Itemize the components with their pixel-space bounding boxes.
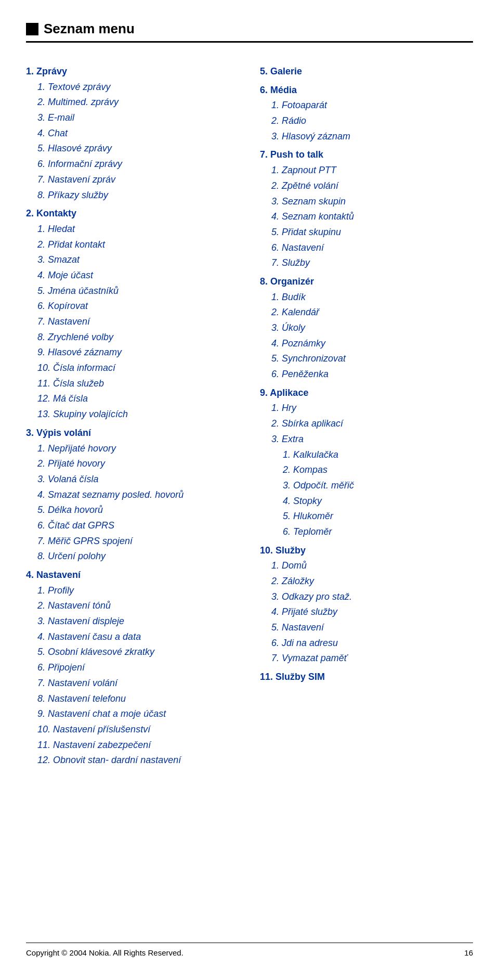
list-item: 8. Určení polohy (26, 549, 239, 564)
list-item: 8. Organizér (260, 274, 473, 290)
list-item: 12. Obnovit stan- dardní nastavení (26, 753, 239, 768)
list-item: 3. Odpočít. měřič (260, 478, 473, 494)
page-title: Seznam menu (26, 21, 473, 43)
item-label: Příkazy služby (48, 190, 108, 200)
list-item: 1. Kalkulačka (260, 447, 473, 463)
item-number: 5. (260, 66, 268, 76)
item-number: 3. (271, 323, 279, 333)
item-number: 5. (37, 143, 45, 153)
list-item: 9. Hlasové záznamy (26, 345, 239, 360)
item-number: 3. (271, 196, 279, 207)
item-number: 2. (271, 418, 279, 429)
item-number: 6. (37, 159, 45, 169)
item-label: Služby SIM (275, 672, 325, 682)
list-item: 11. Služby SIM (260, 669, 473, 685)
item-label: Push to talk (270, 149, 323, 160)
list-item: 7. Vymazat paměť (260, 651, 473, 666)
item-label: Volaná čísla (48, 474, 98, 484)
list-item: 13. Skupiny volajících (26, 407, 239, 422)
list-item: 11. Nastavení zabezpečení (26, 738, 239, 753)
item-label: Odkazy pro staž. (282, 591, 352, 602)
item-number: 12. (37, 393, 50, 404)
main-content: 1. Zprávy1. Textové zprávy2. Multimed. z… (26, 61, 473, 943)
item-number: 4. (37, 128, 45, 138)
item-label: Obnovit stan- dardní nastavení (53, 755, 181, 765)
list-item: 10. Čísla informací (26, 360, 239, 376)
item-number: 1. (271, 292, 279, 302)
list-item: 9. Aplikace (260, 385, 473, 401)
list-item: 4. Stopky (260, 494, 473, 509)
item-label: Rádio (282, 115, 306, 126)
section-number: 1. (26, 66, 34, 76)
item-number: 10. (260, 545, 273, 556)
page-header: Seznam menu (26, 21, 473, 50)
item-number: 2. (283, 465, 291, 475)
item-number: 7. (271, 257, 279, 268)
item-number: 8. (260, 276, 268, 287)
item-label: Nastavení volání (48, 678, 117, 688)
item-number: 2. (271, 307, 279, 317)
item-number: 2. (37, 239, 45, 250)
list-item: 4. Seznam kontaktů (260, 209, 473, 225)
list-item: 11. Čísla služeb (26, 376, 239, 392)
item-number: 3. (283, 480, 291, 491)
item-label: Seznam kontaktů (282, 211, 354, 222)
footer: Copyright © 2004 Nokia. All Rights Reser… (26, 943, 473, 957)
list-item: 3. Úkoly (260, 320, 473, 336)
list-item: 2. Přidat kontakt (26, 237, 239, 253)
list-item: 10. Nastavení příslušenství (26, 722, 239, 738)
item-number: 7. (37, 678, 45, 688)
list-item: 4. Poznámky (260, 336, 473, 352)
list-item: 6. Čítač dat GPRS (26, 518, 239, 534)
section-label: Zprávy (36, 66, 67, 76)
item-number: 2. (37, 600, 45, 611)
item-number: 1. (271, 560, 279, 571)
item-number: 6. (260, 85, 268, 95)
item-number: 7. (37, 174, 45, 185)
item-number: 1. (37, 443, 45, 454)
item-number: 3. (271, 434, 279, 444)
list-item: 7. Nastavení zpráv (26, 172, 239, 188)
page-number: 16 (464, 948, 473, 957)
item-label: Služby (282, 257, 310, 268)
item-number: 6. (271, 242, 279, 253)
item-label: Nastavení (48, 316, 90, 327)
item-label: Jdi na adresu (282, 638, 338, 648)
item-label: Sbírka aplikací (282, 418, 343, 429)
item-label: Čísla služeb (53, 378, 104, 389)
item-label: E-mail (48, 112, 74, 123)
list-item: 5. Synchronizovat (260, 351, 473, 367)
item-number: 7. (260, 149, 268, 160)
list-item: 2. Kontakty (26, 206, 239, 222)
item-label: Seznam skupin (282, 196, 346, 207)
item-label: Nepřijaté hovory (48, 443, 116, 454)
list-item: 6. Jdi na adresu (260, 636, 473, 651)
item-label: Osobní klávesové zkratky (48, 647, 154, 657)
item-label: Média (270, 85, 297, 95)
item-number: 5. (37, 647, 45, 657)
item-number: 9. (37, 347, 45, 357)
list-item: 5. Hlukoměr (260, 509, 473, 524)
section-number: 2. (26, 208, 34, 218)
item-number: 1. (271, 100, 279, 110)
item-number: 7. (37, 316, 45, 327)
list-item: 6. Připojení (26, 660, 239, 676)
item-label: Informační zprávy (48, 159, 122, 169)
list-item: 10. Služby (260, 543, 473, 559)
item-label: Galerie (270, 66, 302, 76)
item-number: 1. (271, 403, 279, 413)
item-label: Hlukoměr (293, 511, 333, 521)
item-label: Odpočít. měřič (293, 480, 354, 491)
item-number: 8. (37, 693, 45, 704)
list-item: 2. Záložky (260, 574, 473, 589)
list-item: 7. Služby (260, 255, 473, 271)
item-label: Nastavení chat a moje účast (48, 708, 166, 719)
list-item: 4. Moje účast (26, 268, 239, 283)
item-number: 8. (37, 332, 45, 342)
list-item: 3. Nastavení displeje (26, 614, 239, 629)
header-title-text: Seznam menu (44, 21, 135, 37)
list-item: 1. Profily (26, 583, 239, 599)
item-label: Kopírovat (48, 301, 88, 311)
list-item: 4. Nastavení (26, 568, 239, 583)
item-label: Nastavení telefonu (48, 693, 126, 704)
